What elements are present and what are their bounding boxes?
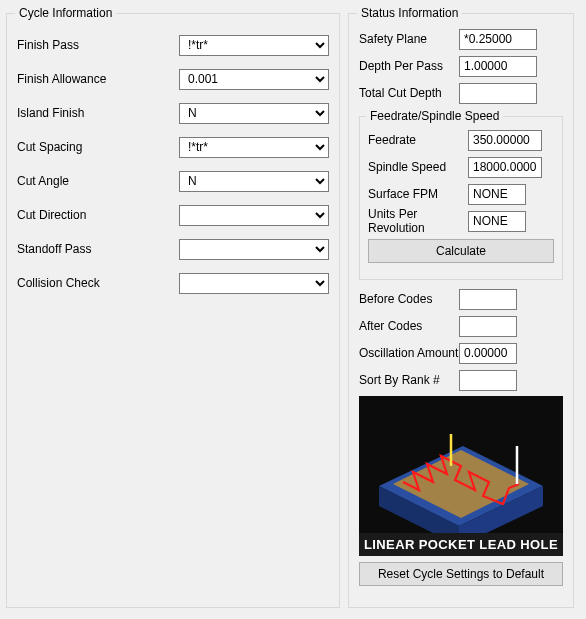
input-upr[interactable] — [468, 211, 526, 232]
input-before-codes[interactable] — [459, 289, 517, 310]
label-island-finish: Island Finish — [17, 106, 179, 120]
select-collision-check[interactable] — [179, 273, 329, 294]
row-safety-plane: Safety Plane — [359, 28, 563, 50]
select-finish-allowance[interactable]: 0.001 — [179, 69, 329, 90]
row-finish-pass: Finish Pass !*tr* — [17, 34, 329, 56]
calculate-button[interactable]: Calculate — [368, 239, 554, 263]
feedrate-spindle-group: Feedrate/Spindle Speed Feedrate Spindle … — [359, 109, 563, 280]
cycle-illustration: LINEAR POCKET LEAD HOLE — [359, 396, 563, 556]
input-oscillation-amount[interactable] — [459, 343, 517, 364]
label-cut-angle: Cut Angle — [17, 174, 179, 188]
label-depth-per-pass: Depth Per Pass — [359, 59, 459, 73]
row-spindle-speed: Spindle Speed — [368, 156, 554, 178]
row-cut-angle: Cut Angle N — [17, 170, 329, 192]
input-after-codes[interactable] — [459, 316, 517, 337]
label-finish-allowance: Finish Allowance — [17, 72, 179, 86]
row-feedrate: Feedrate — [368, 129, 554, 151]
cycle-information-group: Cycle Information Finish Pass !*tr* Fini… — [6, 6, 340, 608]
status-information-legend: Status Information — [357, 6, 462, 20]
input-depth-per-pass[interactable] — [459, 56, 537, 77]
input-spindle-speed[interactable] — [468, 157, 542, 178]
row-sort-rank: Sort By Rank # — [359, 369, 563, 391]
illustration-caption: LINEAR POCKET LEAD HOLE — [359, 533, 563, 556]
input-safety-plane[interactable] — [459, 29, 537, 50]
input-surface-fpm[interactable] — [468, 184, 526, 205]
select-finish-pass[interactable]: !*tr* — [179, 35, 329, 56]
label-surface-fpm: Surface FPM — [368, 187, 468, 201]
label-feedrate: Feedrate — [368, 133, 468, 147]
label-sort-rank: Sort By Rank # — [359, 373, 459, 387]
row-before-codes: Before Codes — [359, 288, 563, 310]
label-oscillation-amount: Oscillation Amount — [359, 346, 459, 360]
row-surface-fpm: Surface FPM — [368, 183, 554, 205]
label-before-codes: Before Codes — [359, 292, 459, 306]
label-total-cut-depth: Total Cut Depth — [359, 86, 459, 100]
select-cut-direction[interactable] — [179, 205, 329, 226]
reset-cycle-button[interactable]: Reset Cycle Settings to Default — [359, 562, 563, 586]
label-collision-check: Collision Check — [17, 276, 179, 290]
row-total-cut-depth: Total Cut Depth — [359, 82, 563, 104]
pocket-lead-hole-icon — [359, 396, 563, 556]
row-oscillation-amount: Oscillation Amount — [359, 342, 563, 364]
row-island-finish: Island Finish N — [17, 102, 329, 124]
row-standoff-pass: Standoff Pass — [17, 238, 329, 260]
label-safety-plane: Safety Plane — [359, 32, 459, 46]
label-cut-spacing: Cut Spacing — [17, 140, 179, 154]
label-spindle-speed: Spindle Speed — [368, 160, 468, 174]
row-cut-direction: Cut Direction — [17, 204, 329, 226]
input-total-cut-depth[interactable] — [459, 83, 537, 104]
input-sort-rank[interactable] — [459, 370, 517, 391]
row-cut-spacing: Cut Spacing !*tr* — [17, 136, 329, 158]
feedrate-spindle-legend: Feedrate/Spindle Speed — [366, 109, 503, 123]
row-collision-check: Collision Check — [17, 272, 329, 294]
row-after-codes: After Codes — [359, 315, 563, 337]
row-depth-per-pass: Depth Per Pass — [359, 55, 563, 77]
status-information-group: Status Information Safety Plane Depth Pe… — [348, 6, 574, 608]
cycle-information-legend: Cycle Information — [15, 6, 116, 20]
row-finish-allowance: Finish Allowance 0.001 — [17, 68, 329, 90]
row-upr: Units Per Revolution — [368, 210, 554, 232]
input-feedrate[interactable] — [468, 130, 542, 151]
label-cut-direction: Cut Direction — [17, 208, 179, 222]
select-cut-spacing[interactable]: !*tr* — [179, 137, 329, 158]
label-standoff-pass: Standoff Pass — [17, 242, 179, 256]
label-finish-pass: Finish Pass — [17, 38, 179, 52]
select-cut-angle[interactable]: N — [179, 171, 329, 192]
select-island-finish[interactable]: N — [179, 103, 329, 124]
select-standoff-pass[interactable] — [179, 239, 329, 260]
label-upr: Units Per Revolution — [368, 207, 468, 235]
label-after-codes: After Codes — [359, 319, 459, 333]
